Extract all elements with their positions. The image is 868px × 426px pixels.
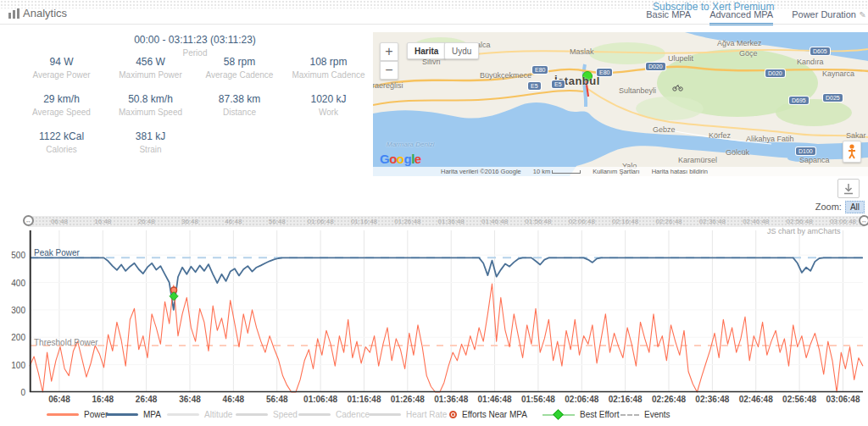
legend-item-heart-rate[interactable]: Heart Rate <box>369 410 447 419</box>
dash-swatch <box>620 414 639 416</box>
series-mpa <box>30 257 863 310</box>
edit-pencil-icon[interactable]: ✎ <box>860 10 866 19</box>
google-logo: Google <box>380 152 421 166</box>
scrollbar-right-handle[interactable]: ↔ <box>859 215 868 226</box>
map-terms-link[interactable]: Kullanım Şartları <box>593 168 639 175</box>
bar-chart-icon <box>8 8 19 19</box>
stat-distance: 87.38 kmDistance <box>195 90 284 120</box>
legend-item-mpa[interactable]: MPA <box>106 410 161 419</box>
legend-item-efforts-near-mpa[interactable]: Efforts Near MPA <box>449 410 527 419</box>
chart-scrollbar[interactable]: 06:4816:4826:4836:4846:4856:4801:06:4801… <box>28 216 865 227</box>
stat-average-speed: 29 km/hAverage Speed <box>17 90 106 120</box>
peak-power-label: Peak Power <box>34 248 80 257</box>
scrollbar-tick-label: 56:48 <box>269 218 286 225</box>
stat-work: 1020 kJWork <box>284 90 373 120</box>
scrollbar-tick-label: 46:48 <box>225 218 242 225</box>
series-power <box>30 284 863 392</box>
download-chart-button[interactable] <box>837 179 860 198</box>
map-attribution: Harita verileri ©2016 Google 10 km Kulla… <box>373 167 868 176</box>
chart-legend: PowerMPAAltitudeSpeedCadenceHeart RateEf… <box>0 410 868 425</box>
road-shield: D020 <box>765 69 785 77</box>
zoom-label: Zoom: <box>815 202 842 212</box>
scrollbar-left-handle[interactable]: ↔ <box>23 215 34 226</box>
analytics-page: Analytics Subscribe to Xert Premium Basi… <box>0 0 868 426</box>
page-title: Analytics <box>8 7 67 19</box>
road-shield: E80 <box>597 69 612 76</box>
y-tick-label: 400 <box>0 279 25 288</box>
y-tick-label: 100 <box>0 361 25 370</box>
road-shield: E5 <box>528 82 541 90</box>
road-shield: D605 <box>810 47 830 55</box>
period-value: 00:00 - 03:11:23 (03:11:23) <box>17 34 373 46</box>
scrollbar-tick-label: 02:56:48 <box>787 218 813 225</box>
route-map[interactable]: ÇatalcaMaslakSilivriBüyükçekmeceİstanbul… <box>373 32 868 176</box>
power-mpa-chart[interactable] <box>30 230 863 392</box>
line-swatch <box>298 413 331 416</box>
stat-average-cadence: 58 rpmAverage Cadence <box>195 53 284 83</box>
stat-strain: 381 kJStrain <box>106 127 195 158</box>
circle-swatch <box>449 411 457 418</box>
line-swatch <box>167 413 199 416</box>
legend-item-altitude[interactable]: Altitude <box>167 410 232 419</box>
zoom-all-button[interactable]: All <box>845 201 865 213</box>
map-zoom-out-button[interactable]: − <box>380 61 398 80</box>
y-tick-label: 200 <box>0 333 25 342</box>
scrollbar-tick-label: 01:16:48 <box>351 218 377 225</box>
line-swatch <box>106 413 138 416</box>
line-swatch <box>369 413 401 416</box>
map-data-credit: Harita verileri ©2016 Google <box>441 168 521 175</box>
road-shield: D025 <box>823 94 843 102</box>
download-icon <box>843 183 854 195</box>
road-shield: E5 <box>552 80 565 88</box>
legend-item-power[interactable]: Power <box>47 410 108 419</box>
legend-item-best-effort[interactable]: Best Effort <box>542 410 620 419</box>
legend-label: Cadence <box>336 410 370 419</box>
stat-calories: 1122 kCalCalories <box>17 127 106 158</box>
scrollbar-tick-label: 26:48 <box>138 218 155 225</box>
map-zoom-in-button[interactable]: + <box>380 42 398 61</box>
diamond-swatch <box>542 411 575 419</box>
x-tick-label: 03:06:48 <box>815 395 868 404</box>
scrollbar-tick-label: 01:46:48 <box>481 218 508 225</box>
road-shield: D100 <box>796 147 815 155</box>
route-marker <box>583 72 593 81</box>
scrollbar-tick-label: 01:26:48 <box>394 218 420 225</box>
y-tick-label: 300 <box>0 306 25 315</box>
legend-item-events[interactable]: Events <box>620 410 670 419</box>
legend-label: Heart Rate <box>406 410 447 419</box>
stat-maximum-power: 456 WMaximum Power <box>106 53 195 83</box>
scrollbar-tick-label: 01:06:48 <box>308 218 334 225</box>
scrollbar-tick-label: 06:48 <box>51 218 68 225</box>
legend-label: Best Effort <box>580 410 620 419</box>
road-shield: D020 <box>646 63 665 70</box>
satellite-button[interactable]: Uydu <box>444 42 479 59</box>
ride-stats-grid: 94 WAverage Power456 WMaximum Power58 rp… <box>17 53 373 158</box>
scrollbar-tick-label: 01:56:48 <box>525 218 551 225</box>
scrollbar-tick-label: 02:16:48 <box>612 218 638 225</box>
threshold-power-label: Threshold Power <box>34 338 98 347</box>
legend-item-speed[interactable]: Speed <box>236 410 298 419</box>
header-divider <box>0 24 868 25</box>
legend-label: Power <box>84 410 108 419</box>
scrollbar-tick-label: 36:48 <box>181 218 198 225</box>
y-tick-label: 0 <box>0 388 25 397</box>
legend-item-cadence[interactable]: Cadence <box>298 410 370 419</box>
legend-label: MPA <box>143 410 161 419</box>
scrollbar-tick-label: 02:36:48 <box>699 218 726 225</box>
map-report-link[interactable]: Harita hatası bildirin <box>652 168 708 175</box>
legend-label: Events <box>644 410 670 419</box>
scrollbar-tick-label: 02:06:48 <box>569 218 595 225</box>
map-type-button[interactable]: Harita <box>407 42 446 59</box>
line-swatch <box>47 413 79 416</box>
stat-maximum-speed: 50.8 km/hMaximum Speed <box>106 90 195 120</box>
page-title-text: Analytics <box>23 7 67 19</box>
y-tick-label: 500 <box>0 251 25 260</box>
road-shield: D695 <box>789 97 809 104</box>
stat-average-power: 94 WAverage Power <box>17 53 106 83</box>
road-shield: E80 <box>532 66 548 74</box>
line-swatch <box>236 413 268 416</box>
scrollbar-tick-label: 03:06:48 <box>830 218 856 225</box>
scrollbar-tick-label: 02:26:48 <box>655 218 682 225</box>
x-axis-labels: 06:4816:4826:4836:4846:4856:4801:06:4801… <box>30 395 863 406</box>
street-view-pegman[interactable] <box>843 141 861 163</box>
